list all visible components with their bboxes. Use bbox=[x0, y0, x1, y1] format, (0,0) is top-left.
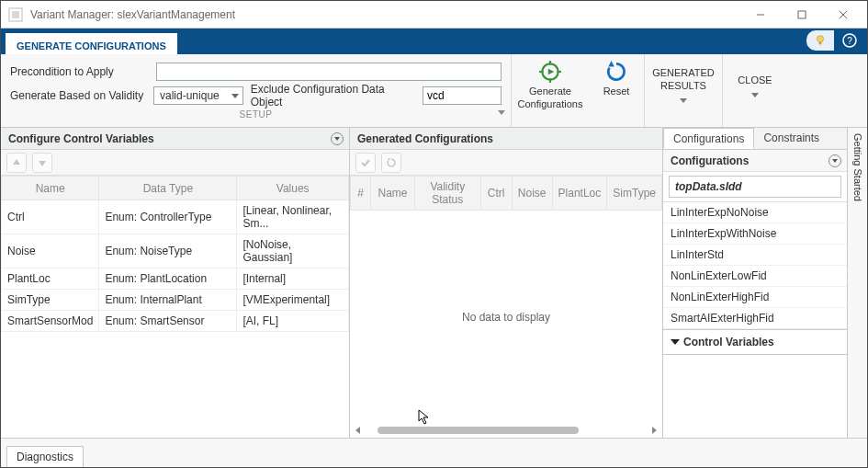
group-label-setup: SETUP bbox=[1, 108, 511, 121]
col-name: Name bbox=[371, 177, 415, 211]
control-variables-section-label: Control Variables bbox=[683, 336, 774, 348]
validity-dropdown-value: valid-unique bbox=[160, 89, 220, 102]
svg-marker-16 bbox=[608, 61, 614, 67]
list-item[interactable]: LinInterExpNoNoise bbox=[663, 202, 847, 223]
close-label: CLOSE bbox=[738, 74, 772, 86]
control-variables-section-toggle[interactable]: Control Variables bbox=[663, 329, 847, 355]
exclude-input[interactable] bbox=[423, 86, 502, 105]
mid-panel-title: Generated Configurations bbox=[357, 132, 493, 145]
gear-generate-icon bbox=[538, 60, 562, 84]
col-validity: Validity Status bbox=[414, 177, 480, 211]
generate-configurations-button[interactable]: Generate Configurations bbox=[512, 54, 589, 109]
refresh-button[interactable] bbox=[381, 153, 401, 173]
exclude-label: Exclude Configuration Data Object bbox=[251, 83, 415, 108]
ribbon-tabstrip: GENERATE CONFIGURATIONS ? bbox=[1, 29, 867, 54]
panel-options-button[interactable] bbox=[331, 132, 344, 145]
col-index: # bbox=[351, 177, 371, 211]
left-panel-title: Configure Control Variables bbox=[8, 132, 154, 145]
diagnostics-tab[interactable]: Diagnostics bbox=[6, 446, 84, 467]
close-dropdown[interactable]: CLOSE bbox=[723, 54, 787, 97]
svg-point-6 bbox=[817, 36, 824, 42]
col-ctrl: Ctrl bbox=[480, 177, 512, 211]
svg-rect-7 bbox=[819, 42, 822, 45]
tab-generate-configurations[interactable]: GENERATE CONFIGURATIONS bbox=[5, 32, 178, 54]
svg-marker-15 bbox=[548, 69, 555, 75]
reset-btn-label: Reset bbox=[603, 86, 630, 97]
move-down-button[interactable] bbox=[32, 153, 52, 173]
col-simtype: SimType bbox=[607, 177, 662, 211]
horizontal-scrollbar[interactable] bbox=[350, 423, 662, 438]
toolstrip: Precondition to Apply Generate Based on … bbox=[1, 54, 867, 128]
getting-started-side-tab[interactable]: Getting Started bbox=[852, 133, 863, 201]
validity-label: Generate Based on Validity bbox=[10, 89, 146, 102]
bottom-bar: Diagnostics bbox=[1, 438, 867, 467]
table-row[interactable]: SimTypeEnum: InternalPlant[VMExperimenta… bbox=[2, 290, 349, 311]
results-label2: RESULTS bbox=[660, 80, 706, 91]
generated-configurations-table[interactable]: # Name Validity Status Ctrl Noise PlantL… bbox=[350, 176, 662, 211]
svg-text:?: ? bbox=[847, 36, 852, 46]
col-noise: Noise bbox=[512, 177, 552, 211]
precondition-label: Precondition to Apply bbox=[10, 65, 149, 78]
reset-icon bbox=[604, 60, 628, 84]
table-row[interactable]: CtrlEnum: ControllerType[Linear, Nonline… bbox=[2, 200, 349, 234]
validate-button[interactable] bbox=[355, 153, 376, 173]
chevron-down-icon bbox=[671, 339, 680, 345]
data-source-box[interactable]: topData.sldd bbox=[669, 176, 841, 198]
svg-marker-17 bbox=[13, 159, 20, 165]
app-icon bbox=[8, 7, 23, 22]
col-name: Name bbox=[2, 177, 99, 200]
window-close-button[interactable] bbox=[822, 1, 863, 29]
tab-configurations[interactable]: Configurations bbox=[663, 128, 754, 149]
results-label1: GENERATED bbox=[652, 67, 715, 78]
generated-results-dropdown[interactable]: GENERATED RESULTS bbox=[645, 54, 722, 103]
col-plantloc: PlantLoc bbox=[552, 177, 607, 211]
chevron-down-icon bbox=[680, 98, 687, 103]
list-item[interactable]: NonLinExterLowFid bbox=[663, 266, 847, 287]
reset-button[interactable]: Reset bbox=[589, 54, 644, 97]
panel-options-button[interactable] bbox=[829, 154, 841, 167]
table-row[interactable]: SmartSensorModEnum: SmartSensor[AI, FL] bbox=[2, 311, 349, 332]
configurations-side-panel: Configurations Constraints Configuration… bbox=[663, 128, 847, 438]
scroll-thumb[interactable] bbox=[378, 427, 579, 434]
generate-btn-label1: Generate bbox=[529, 86, 571, 97]
svg-marker-19 bbox=[388, 157, 390, 160]
configurations-subheader: Configurations bbox=[671, 154, 749, 167]
control-variables-table[interactable]: Name Data Type Values CtrlEnum: Controll… bbox=[1, 176, 349, 332]
list-item[interactable]: LinInterExpWithNoise bbox=[663, 223, 847, 245]
tab-constraints[interactable]: Constraints bbox=[754, 128, 829, 149]
col-datatype: Data Type bbox=[99, 177, 237, 200]
list-item[interactable]: LinInterStd bbox=[663, 245, 847, 266]
window-title: Variant Manager: slexVariantManagement bbox=[30, 8, 235, 21]
svg-marker-18 bbox=[39, 161, 46, 166]
generated-configurations-panel: Generated Configurations # Name Validity… bbox=[350, 128, 663, 438]
window-maximize-button[interactable] bbox=[781, 1, 822, 29]
svg-rect-1 bbox=[12, 11, 19, 18]
table-row[interactable]: PlantLocEnum: PlantLocation[Internal] bbox=[2, 268, 349, 290]
svg-rect-3 bbox=[798, 11, 806, 18]
no-data-message: No data to display bbox=[350, 211, 662, 423]
move-up-button[interactable] bbox=[6, 153, 27, 173]
titlebar: Variant Manager: slexVariantManagement bbox=[1, 1, 867, 29]
svg-marker-20 bbox=[355, 427, 360, 434]
validity-dropdown[interactable]: valid-unique bbox=[153, 86, 243, 105]
window-minimize-button[interactable] bbox=[739, 1, 781, 29]
svg-marker-21 bbox=[652, 427, 657, 434]
hint-bulb-button[interactable] bbox=[806, 30, 834, 51]
help-button[interactable]: ? bbox=[840, 30, 860, 51]
precondition-input[interactable] bbox=[156, 63, 502, 81]
chevron-down-icon bbox=[751, 93, 759, 97]
scroll-right-icon bbox=[649, 426, 659, 435]
configurations-list: LinInterExpNoNoise LinInterExpWithNoise … bbox=[663, 201, 847, 329]
generate-btn-label2: Configurations bbox=[518, 98, 583, 109]
configure-control-variables-panel: Configure Control Variables Name Data Ty… bbox=[1, 128, 350, 438]
scroll-left-icon bbox=[354, 426, 363, 435]
col-values: Values bbox=[237, 177, 349, 200]
list-item[interactable]: NonLinExterHighFid bbox=[663, 287, 847, 308]
table-row[interactable]: NoiseEnum: NoiseType[NoNoise, Gaussian] bbox=[2, 234, 349, 268]
list-item[interactable]: SmartAIExterHighFid bbox=[663, 308, 847, 329]
